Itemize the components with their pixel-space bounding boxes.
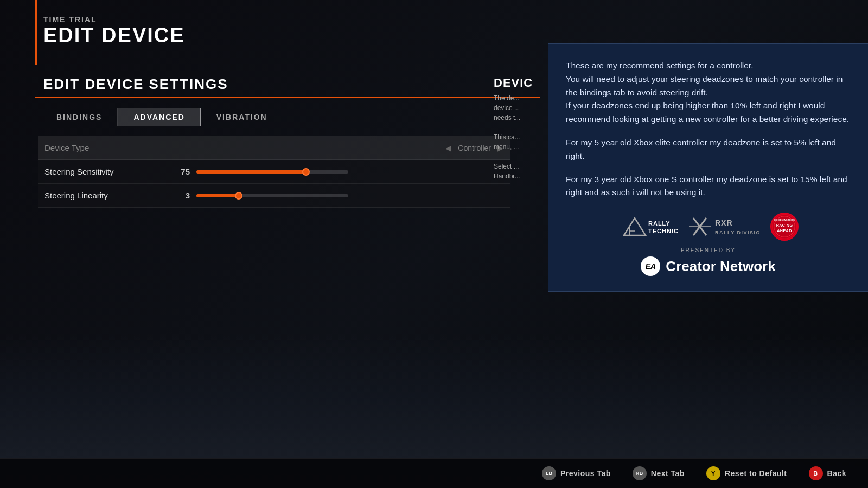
info-paragraph-3: For my 3 year old Xbox one S controller … [566, 173, 851, 200]
steering-linearity-slider[interactable] [196, 194, 348, 197]
reset-to-default-button[interactable]: Y Reset to Default [706, 466, 787, 480]
ea-logo: EA [641, 256, 660, 276]
svg-text:AHEAD: AHEAD [777, 228, 792, 233]
device-desc-partial: Devic The de... device ... needs t... Th… [494, 76, 542, 181]
next-tab-button[interactable]: RB Next Tab [633, 466, 685, 480]
svg-marker-0 [624, 218, 646, 235]
steering-sensitivity-fill [196, 170, 306, 174]
steering-linearity-thumb [235, 192, 242, 200]
device-type-label: Device Type [44, 143, 164, 152]
info-paragraph-1: These are my recommend settings for a co… [566, 59, 851, 126]
next-tab-label: Next Tab [651, 469, 685, 478]
ea-creator-label: Creator Network [666, 258, 775, 275]
presented-by: Presented By [676, 247, 740, 253]
tab-advanced[interactable]: Advanced [118, 108, 200, 126]
rxr-svg: RXR RALLY DIVISION [689, 214, 760, 240]
accent-line [35, 0, 37, 65]
svg-text:RXR: RXR [715, 219, 733, 227]
tab-vibration[interactable]: Vibration [201, 108, 283, 126]
info-panel: These are my recommend settings for a co… [548, 43, 868, 292]
bottom-navigation: LB Previous Tab RB Next Tab Y Reset to D… [0, 458, 868, 488]
svg-text:TECHNICAL: TECHNICAL [648, 228, 678, 234]
settings-table: Device Type ◀ Controller ▶ Steering Sens… [38, 136, 510, 208]
steering-linearity-fill [196, 194, 239, 197]
logos-area: RALLY TECHNICAL RXR RALLY DIVISION [566, 213, 851, 276]
steering-linearity-value: 3 [164, 191, 196, 200]
y-icon: Y [706, 466, 720, 480]
device-type-value: Controller [458, 144, 491, 152]
lb-icon: LB [542, 466, 556, 480]
racing-ahead-logo: CODEMASTERS RACING AHEAD [770, 213, 799, 241]
info-text: These are my recommend settings for a co… [566, 59, 851, 200]
steering-sensitivity-row[interactable]: Steering Sensitivity 75 [38, 160, 510, 184]
svg-text:RACING: RACING [776, 223, 793, 228]
svg-text:RALLY DIVISION: RALLY DIVISION [715, 230, 760, 235]
tab-bindings[interactable]: Bindings [41, 108, 118, 126]
prev-tab-button[interactable]: LB Previous Tab [542, 466, 611, 480]
device-desc-text: The de... device ... needs t... This ca.… [494, 93, 542, 181]
back-label: Back [827, 469, 846, 478]
steering-sensitivity-thumb [302, 168, 310, 176]
rally-technical-logo: RALLY TECHNICAL [618, 214, 678, 240]
presented-by-text: Presented By [681, 247, 736, 253]
svg-text:RALLY: RALLY [648, 220, 671, 227]
racing-ahead-svg: CODEMASTERS RACING AHEAD [771, 210, 797, 243]
b-icon: B [809, 466, 823, 480]
rb-icon: RB [633, 466, 647, 480]
steering-linearity-label: Steering Linearity [44, 191, 164, 200]
steering-sensitivity-slider[interactable] [196, 170, 348, 174]
rally-technical-svg: RALLY TECHNICAL [618, 214, 678, 240]
ea-creator-network: EA Creator Network [641, 256, 775, 276]
reset-label: Reset to Default [725, 469, 787, 478]
header: Time Trial Edit Device [43, 15, 185, 46]
back-button[interactable]: B Back [809, 466, 846, 480]
prev-tab-label: Previous Tab [560, 469, 611, 478]
device-type-row[interactable]: Device Type ◀ Controller ▶ [38, 136, 510, 160]
info-paragraph-2: For my 5 year old Xbox elite controller … [566, 136, 851, 163]
steering-sensitivity-value: 75 [164, 167, 196, 176]
device-desc-title: Devic [494, 76, 542, 90]
logos-row: RALLY TECHNICAL RXR RALLY DIVISION [618, 213, 799, 241]
steering-linearity-row[interactable]: Steering Linearity 3 [38, 184, 510, 208]
steering-sensitivity-label: Steering Sensitivity [44, 167, 164, 176]
device-type-arrow-left[interactable]: ◀ [445, 144, 451, 152]
rxr-rally-division-logo: RXR RALLY DIVISION [689, 214, 760, 240]
header-title: Edit Device [43, 25, 185, 46]
header-subtitle: Time Trial [43, 15, 185, 24]
section-divider [35, 97, 540, 98]
svg-text:CODEMASTERS: CODEMASTERS [774, 219, 795, 221]
